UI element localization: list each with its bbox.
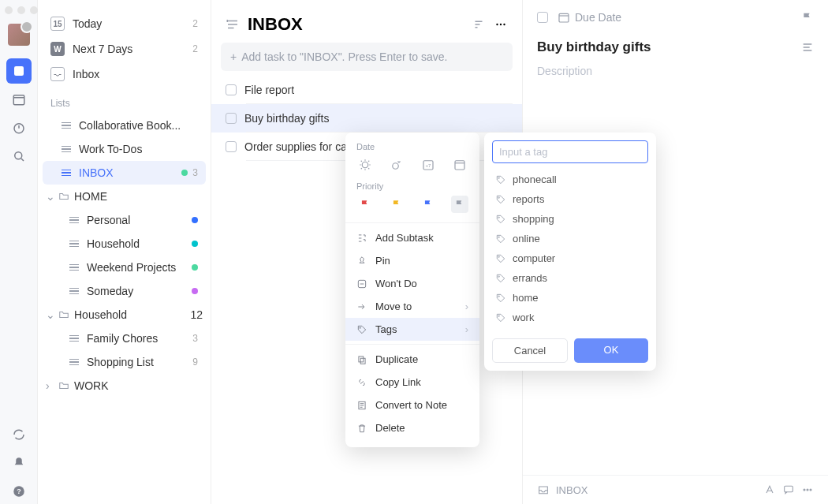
- list-inbox[interactable]: INBOX 3: [43, 161, 206, 185]
- ctx-convert[interactable]: Convert to Note: [345, 394, 479, 416]
- tag-option[interactable]: phonecall: [492, 170, 648, 189]
- rail-calendar[interactable]: [6, 87, 32, 112]
- list-weekend[interactable]: Weekend Projects: [43, 256, 206, 279]
- list-label: Collaborative Book...: [79, 119, 181, 132]
- avatar[interactable]: [8, 24, 30, 46]
- tag-option[interactable]: shopping: [492, 209, 648, 229]
- svg-point-24: [498, 177, 499, 177]
- sort-icon[interactable]: [472, 17, 486, 32]
- smart-today[interactable]: 15 Today 2: [43, 11, 206, 36]
- checkbox[interactable]: [226, 84, 237, 95]
- svg-point-25: [498, 196, 499, 197]
- checkbox[interactable]: [226, 113, 237, 124]
- list-worktodos[interactable]: Work To-Dos: [43, 137, 206, 161]
- ctx-tags[interactable]: Tags›: [345, 318, 479, 341]
- rail-pomo[interactable]: [6, 115, 32, 140]
- task-title: File report: [244, 84, 294, 96]
- priority-low-icon[interactable]: [420, 196, 437, 213]
- tag-option[interactable]: home: [492, 288, 648, 308]
- detail-checkbox[interactable]: [537, 12, 548, 23]
- priority-high-icon[interactable]: [356, 196, 374, 213]
- svg-point-28: [498, 256, 499, 256]
- ctx-label: Delete: [375, 422, 405, 434]
- tag-label: reports: [513, 193, 544, 205]
- rail-help[interactable]: ?: [6, 479, 32, 504]
- ctx-label: Add Subtask: [375, 232, 434, 244]
- folder-icon: [58, 380, 69, 391]
- due-date-button[interactable]: Due Date: [558, 11, 621, 24]
- folder-home[interactable]: ⌄ HOME: [43, 185, 206, 208]
- svg-rect-9: [559, 13, 569, 22]
- list-icon: [69, 335, 79, 342]
- text-style-icon[interactable]: [763, 483, 776, 496]
- svg-point-20: [360, 327, 360, 327]
- priority-medium-icon[interactable]: [388, 196, 405, 213]
- ok-button[interactable]: OK: [574, 338, 648, 363]
- rail-notifications[interactable]: [6, 450, 32, 476]
- list-household[interactable]: Household: [43, 232, 206, 256]
- priority-none-icon[interactable]: [451, 196, 468, 213]
- smart-inbox[interactable]: Inbox: [43, 62, 206, 87]
- calendar-today-icon: 15: [50, 17, 65, 31]
- tag-option[interactable]: reports: [492, 189, 648, 209]
- rail-tasks[interactable]: [6, 58, 32, 84]
- tag-option[interactable]: work: [492, 308, 648, 327]
- flag-icon[interactable]: [801, 11, 814, 24]
- context-menu: Date +7 Priority Add Subtask Pin Won't D…: [345, 133, 479, 447]
- comment-icon[interactable]: [782, 483, 795, 496]
- list-collab[interactable]: Collaborative Book...: [43, 114, 206, 137]
- list-shopping[interactable]: Shopping List9: [43, 350, 206, 374]
- tag-input[interactable]: [492, 140, 648, 163]
- detail-location[interactable]: INBOX: [556, 484, 587, 496]
- count: 9: [192, 357, 198, 368]
- list-label: Family Chores: [87, 332, 158, 345]
- inbox-icon: [50, 67, 65, 81]
- more-icon[interactable]: [494, 17, 508, 32]
- date-tomorrow-icon[interactable]: [388, 156, 405, 174]
- folder-work[interactable]: › WORK: [43, 374, 206, 398]
- toggle-sidebar-icon[interactable]: [226, 17, 240, 32]
- svg-point-14: [362, 162, 368, 168]
- ctx-moveto[interactable]: Move to›: [345, 295, 479, 318]
- window-controls[interactable]: [5, 6, 38, 14]
- chevron-right-icon: ›: [465, 323, 468, 335]
- tag-option[interactable]: errands: [492, 268, 648, 288]
- date-today-icon[interactable]: [356, 156, 374, 174]
- detail-description[interactable]: Description: [523, 60, 828, 82]
- svg-text:?: ?: [17, 487, 21, 495]
- more-icon[interactable]: [801, 483, 814, 496]
- smart-next7[interactable]: W Next 7 Days 2: [43, 36, 206, 62]
- outline-icon[interactable]: [801, 41, 814, 54]
- list-label: Personal: [87, 214, 130, 226]
- rail-sync[interactable]: [6, 422, 32, 447]
- tag-option[interactable]: computer: [492, 248, 648, 268]
- task-row[interactable]: Buy birthday gifts: [211, 104, 522, 133]
- detail-title[interactable]: Buy birthday gifts: [537, 39, 651, 55]
- ctx-copylink[interactable]: Copy Link: [345, 371, 479, 394]
- cancel-button[interactable]: Cancel: [492, 338, 568, 363]
- checkbox[interactable]: [226, 141, 237, 152]
- svg-rect-0: [14, 66, 24, 76]
- ctx-delete[interactable]: Delete: [345, 416, 479, 439]
- svg-point-12: [807, 489, 808, 491]
- task-row[interactable]: File report: [211, 76, 522, 104]
- ctx-duplicate[interactable]: Duplicate: [345, 348, 479, 371]
- list-someday[interactable]: Someday: [43, 279, 206, 303]
- tag-option[interactable]: online: [492, 229, 648, 248]
- list-icon: [69, 241, 79, 248]
- list-personal[interactable]: Personal: [43, 208, 206, 232]
- svg-point-7: [500, 24, 502, 25]
- folder-household[interactable]: ⌄ Household 12: [43, 303, 206, 327]
- rail-search[interactable]: [6, 144, 32, 169]
- list-icon: [62, 146, 71, 153]
- move-icon[interactable]: [537, 483, 550, 496]
- date-nextweek-icon[interactable]: +7: [420, 156, 437, 174]
- list-family-chores[interactable]: Family Chores3: [43, 327, 206, 350]
- svg-point-27: [498, 236, 499, 237]
- ctx-add-subtask[interactable]: Add Subtask: [345, 226, 479, 249]
- add-task-input[interactable]: + Add task to "INBOX". Press Enter to sa…: [221, 43, 513, 71]
- date-custom-icon[interactable]: [451, 156, 468, 174]
- tag-label: shopping: [513, 213, 554, 225]
- ctx-wontdo[interactable]: Won't Do: [345, 272, 479, 295]
- ctx-pin[interactable]: Pin: [345, 249, 479, 272]
